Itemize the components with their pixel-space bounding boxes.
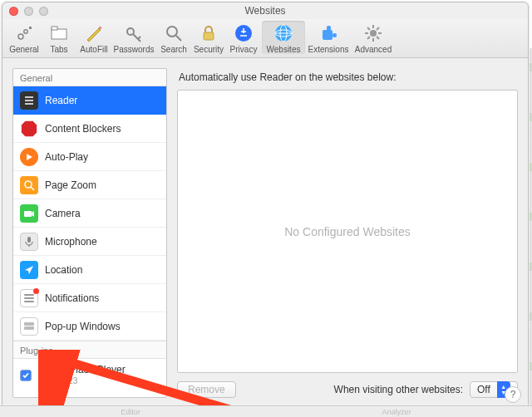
- sidebar-item-label: Pop-up Windows: [45, 321, 121, 332]
- tab-autofill[interactable]: AutoFill: [77, 21, 111, 54]
- pane-title: Automatically use Reader on the websites…: [177, 68, 518, 90]
- window-title: Websites: [2, 5, 528, 17]
- svg-line-8: [176, 36, 181, 41]
- advanced-icon: [362, 22, 384, 44]
- window-controls: [9, 7, 48, 16]
- sidebar-item-label: Notifications: [45, 292, 99, 304]
- tab-general[interactable]: General: [7, 21, 41, 54]
- minimize-window-button[interactable]: [24, 7, 33, 16]
- empty-state-text: No Configured Websites: [284, 225, 410, 238]
- svg-rect-16: [327, 26, 331, 31]
- tabs-icon: [48, 22, 70, 44]
- plugin-version: 32.0.0.223: [38, 376, 126, 386]
- svg-line-26: [377, 27, 379, 30]
- location-icon: [20, 261, 38, 279]
- sidebar-item-popup-windows[interactable]: Pop-up Windows: [13, 312, 166, 341]
- popup-windows-icon: [20, 317, 38, 336]
- sidebar-item-reader[interactable]: Reader: [13, 86, 166, 115]
- tab-tabs[interactable]: Tabs: [42, 21, 76, 54]
- sidebar-item-microphone[interactable]: Microphone: [13, 228, 166, 256]
- search-icon: [163, 22, 185, 44]
- autofill-icon: [83, 22, 105, 44]
- remove-button[interactable]: Remove: [177, 381, 236, 398]
- tab-websites[interactable]: Websites: [262, 21, 305, 54]
- tab-label: Advanced: [355, 45, 392, 54]
- websites-icon: [273, 22, 294, 44]
- page-zoom-icon: [20, 176, 38, 194]
- svg-rect-17: [332, 33, 337, 37]
- svg-line-23: [367, 27, 370, 30]
- svg-point-7: [167, 27, 177, 37]
- svg-point-0: [18, 34, 23, 39]
- tab-extensions[interactable]: Extensions: [307, 21, 350, 54]
- tab-passwords[interactable]: Passwords: [112, 21, 155, 54]
- sidebar-item-page-zoom[interactable]: Page Zoom: [13, 171, 166, 199]
- svg-point-6: [127, 28, 134, 35]
- tab-label: Privacy: [230, 45, 258, 54]
- visiting-popup-value: Off: [477, 384, 490, 395]
- sidebar-item-auto-play[interactable]: Auto-Play: [13, 143, 166, 171]
- svg-rect-36: [27, 237, 31, 243]
- section-header-plugins: Plug-ins: [13, 341, 166, 359]
- detail-pane: Automatically use Reader on the websites…: [177, 68, 518, 398]
- sidebar-item-label: Content Blockers: [45, 123, 121, 135]
- svg-line-25: [367, 37, 370, 39]
- tab-label: Security: [194, 45, 224, 54]
- plugin-checkbox[interactable]: [20, 370, 32, 381]
- titlebar: Websites: [2, 2, 528, 19]
- plugin-row-flash[interactable]: Adobe Flash Player 32.0.0.223: [13, 359, 166, 392]
- content-area: General Reader Content Blockers Auto-Pla…: [2, 58, 528, 408]
- microphone-icon: [20, 233, 38, 251]
- extensions-icon: [318, 22, 339, 44]
- svg-rect-9: [204, 32, 214, 40]
- sidebar-item-label: Microphone: [45, 236, 97, 248]
- svg-marker-38: [25, 266, 33, 274]
- zoom-window-button[interactable]: [39, 7, 48, 16]
- sidebar-item-label: Page Zoom: [45, 179, 96, 191]
- tab-advanced[interactable]: Advanced: [352, 21, 395, 54]
- svg-marker-35: [32, 211, 34, 217]
- section-header-general: General: [13, 69, 166, 86]
- bg-tab-left: Editor: [121, 408, 140, 416]
- svg-point-1: [24, 30, 27, 33]
- sidebar-item-label: Location: [45, 264, 82, 276]
- tab-privacy[interactable]: Privacy: [227, 21, 260, 54]
- svg-line-33: [31, 187, 34, 190]
- tab-search[interactable]: Search: [157, 21, 190, 54]
- sidebar-item-location[interactable]: Location: [13, 256, 166, 284]
- plugin-name: Adobe Flash Player: [38, 365, 126, 376]
- svg-rect-4: [52, 27, 57, 30]
- svg-rect-15: [323, 30, 332, 40]
- plugin-text: Adobe Flash Player 32.0.0.223: [38, 365, 126, 385]
- preferences-window: Websites General Tabs AutoFill Passwords: [2, 2, 529, 409]
- svg-line-24: [377, 37, 379, 39]
- privacy-icon: [233, 22, 254, 44]
- passwords-icon: [123, 22, 145, 44]
- auto-play-icon: [20, 148, 38, 166]
- tab-security[interactable]: Security: [192, 21, 225, 54]
- svg-marker-30: [22, 120, 37, 135]
- reader-icon: [20, 91, 38, 110]
- tab-label: Websites: [267, 45, 301, 54]
- tab-label: General: [9, 45, 39, 54]
- websites-list[interactable]: No Configured Websites: [177, 90, 518, 373]
- sidebar-item-camera[interactable]: Camera: [13, 199, 166, 228]
- tab-label: Extensions: [308, 45, 349, 54]
- close-window-button[interactable]: [9, 7, 18, 16]
- sidebar: General Reader Content Blockers Auto-Pla…: [12, 68, 167, 398]
- tab-label: AutoFill: [80, 45, 107, 54]
- tab-label: Passwords: [114, 45, 155, 54]
- help-button[interactable]: ?: [505, 386, 521, 403]
- sidebar-item-label: Auto-Play: [45, 151, 88, 163]
- svg-point-32: [25, 181, 32, 188]
- svg-rect-34: [24, 211, 32, 217]
- security-icon: [198, 22, 219, 44]
- sidebar-item-notifications[interactable]: Notifications: [13, 284, 166, 312]
- notifications-icon: [20, 289, 38, 307]
- svg-rect-2: [29, 27, 32, 29]
- visiting-label: When visiting other websites:: [334, 384, 463, 395]
- tab-label: Search: [160, 45, 187, 54]
- sidebar-item-content-blockers[interactable]: Content Blockers: [13, 115, 166, 143]
- tab-label: Tabs: [50, 45, 67, 54]
- sidebar-item-label: Camera: [45, 208, 81, 219]
